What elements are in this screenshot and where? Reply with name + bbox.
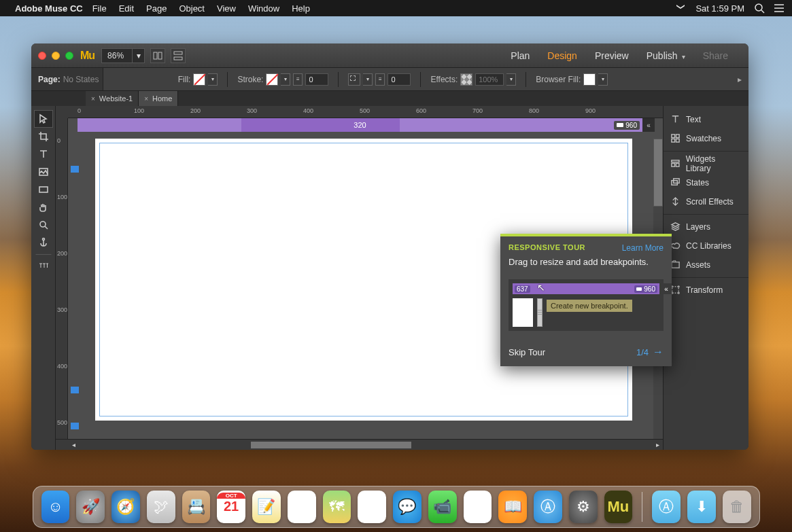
- tab-plan[interactable]: Plan: [511, 50, 530, 61]
- dock-app-safari[interactable]: 🧭: [111, 491, 140, 523]
- close-icon[interactable]: ×: [91, 95, 95, 103]
- menu-window[interactable]: Window: [248, 3, 279, 14]
- crop-tool[interactable]: [34, 128, 53, 145]
- window-minimize-button[interactable]: [52, 52, 60, 60]
- menu-object[interactable]: Object: [179, 3, 205, 14]
- anchor-tool[interactable]: [34, 234, 53, 251]
- doctab-website-1[interactable]: × Website-1: [86, 91, 139, 106]
- zoom-tool[interactable]: [34, 216, 53, 234]
- tool-strip: [31, 106, 56, 450]
- dock-app-mail[interactable]: 🕊: [147, 491, 175, 523]
- text-tool[interactable]: [34, 145, 53, 163]
- stroke-weight-input[interactable]: [305, 73, 328, 86]
- window-zoom-button[interactable]: [65, 52, 73, 60]
- vertical-scroll-thumb[interactable]: [653, 139, 663, 207]
- dock-app-preferences[interactable]: ⚙: [569, 491, 598, 523]
- dock-app-trash[interactable]: 🗑: [723, 491, 751, 523]
- dock-app-contacts[interactable]: 📇: [182, 491, 211, 523]
- dock-app-muse[interactable]: Mu: [604, 491, 633, 523]
- menubar-list-icon[interactable]: [774, 3, 785, 14]
- control-bar-chevron-icon[interactable]: ▸: [738, 75, 742, 84]
- chevron-down-icon: ▾: [281, 73, 290, 86]
- demo-page-thumbnail: [513, 298, 533, 327]
- effects-control[interactable]: Effects: 100% ▾: [430, 73, 516, 86]
- tab-preview[interactable]: Preview: [595, 50, 629, 61]
- guide-marker-icon[interactable]: [71, 166, 79, 173]
- dock-app-notes[interactable]: 📝: [252, 491, 281, 523]
- rectangle-tool[interactable]: [34, 181, 53, 198]
- scroll-track[interactable]: [79, 442, 652, 448]
- learn-more-link[interactable]: Learn More: [622, 243, 664, 253]
- menubar-notification-icon[interactable]: [675, 3, 686, 14]
- menu-edit[interactable]: Edit: [119, 3, 134, 14]
- dock-app-apps-folder[interactable]: Ⓐ: [652, 491, 681, 523]
- dock-app-finder[interactable]: ☺: [41, 491, 70, 523]
- menu-page[interactable]: Page: [146, 3, 167, 14]
- panel-swatches[interactable]: Swatches: [664, 129, 748, 148]
- corner-radius-input[interactable]: [388, 73, 411, 86]
- svg-rect-23: [672, 287, 678, 293]
- page-state-selector[interactable]: Page: No States: [31, 68, 103, 90]
- corner-shape-icon: [348, 73, 360, 86]
- menu-view[interactable]: View: [217, 3, 236, 14]
- tab-share[interactable]: Share: [703, 50, 728, 61]
- tab-design[interactable]: Design: [547, 50, 577, 61]
- scroll-right-button[interactable]: ▸: [652, 440, 663, 450]
- mac-dock: ☺🚀🧭🕊📇OCT21📝☑🗺✿💬📹♪📖Ⓐ⚙Mu Ⓐ⬇🗑: [33, 486, 760, 528]
- tour-step: 1/4 →: [636, 346, 664, 358]
- corner-stepper-icon: ≡: [375, 73, 385, 86]
- window-close-button[interactable]: [38, 52, 46, 60]
- breakpoint-bar[interactable]: 320 960: [78, 118, 642, 132]
- text-format-tool[interactable]: [34, 258, 53, 276]
- selection-tool[interactable]: [34, 110, 53, 128]
- arrow-right-icon[interactable]: →: [653, 346, 664, 358]
- browser-fill-control[interactable]: Browser Fill: ▾: [536, 73, 608, 86]
- guide-marker-icon[interactable]: [71, 387, 79, 393]
- dock-app-calendar[interactable]: OCT21: [217, 491, 245, 523]
- scroll-left-button[interactable]: ◂: [68, 440, 79, 450]
- scroll-thumb[interactable]: [251, 442, 411, 448]
- menu-help[interactable]: Help: [292, 3, 310, 14]
- dock-app-facetime[interactable]: 📹: [428, 491, 457, 523]
- dock-app-itunes[interactable]: ♪: [464, 491, 492, 523]
- panel-text[interactable]: Text: [664, 110, 748, 129]
- workspace-switcher-button[interactable]: [171, 48, 186, 63]
- svg-point-2: [774, 4, 776, 5]
- dock-app-maps[interactable]: 🗺: [323, 491, 351, 523]
- svg-point-12: [42, 238, 44, 241]
- panel-cc-libraries[interactable]: CC Libraries: [664, 236, 748, 255]
- fill-control[interactable]: Fill: ▾: [178, 73, 218, 86]
- arrange-docs-button[interactable]: [150, 48, 165, 63]
- dock-app-appstore[interactable]: Ⓐ: [534, 491, 562, 523]
- corner-control[interactable]: ▾ ≡: [348, 73, 411, 86]
- stroke-control[interactable]: Stroke: ▾ ≡: [237, 73, 328, 86]
- skip-tour-link[interactable]: Skip Tour: [509, 347, 545, 357]
- image-tool[interactable]: [34, 163, 53, 181]
- breakpoint-next-button[interactable]: «: [642, 118, 655, 132]
- svg-rect-15: [672, 139, 675, 142]
- dock-app-reminders[interactable]: ☑: [288, 491, 316, 523]
- dock-app-downloads-folder[interactable]: ⬇: [687, 491, 716, 523]
- panel-widgets-library[interactable]: Widgets Library: [664, 154, 748, 173]
- panel-transform[interactable]: Transform: [664, 281, 748, 300]
- close-icon[interactable]: ×: [144, 95, 148, 103]
- panel-scroll-effects[interactable]: Scroll Effects: [664, 192, 748, 211]
- zoom-dropdown[interactable]: 86% ▾: [101, 48, 145, 63]
- dock-app-launchpad[interactable]: 🚀: [76, 491, 105, 523]
- tab-publish[interactable]: Publish: [647, 50, 685, 61]
- panel-states[interactable]: States: [664, 173, 748, 192]
- doctab-home[interactable]: × Home: [139, 91, 178, 106]
- menubar-clock[interactable]: Sat 1:59 PM: [695, 3, 744, 14]
- dock-app-photos[interactable]: ✿: [358, 491, 386, 523]
- dock-app-ibooks[interactable]: 📖: [498, 491, 527, 523]
- menu-file[interactable]: File: [92, 3, 107, 14]
- dock-app-messages[interactable]: 💬: [393, 491, 421, 523]
- panel-assets[interactable]: Assets: [664, 255, 748, 274]
- panel-layers[interactable]: Layers: [664, 217, 748, 236]
- guide-marker-icon[interactable]: [71, 423, 79, 429]
- stroke-swatch-icon: [266, 73, 278, 86]
- spotlight-icon[interactable]: [754, 3, 765, 14]
- effects-swatch-icon: [460, 73, 472, 86]
- hand-tool[interactable]: [34, 198, 53, 216]
- menubar-app-name[interactable]: Adobe Muse CC: [15, 3, 83, 14]
